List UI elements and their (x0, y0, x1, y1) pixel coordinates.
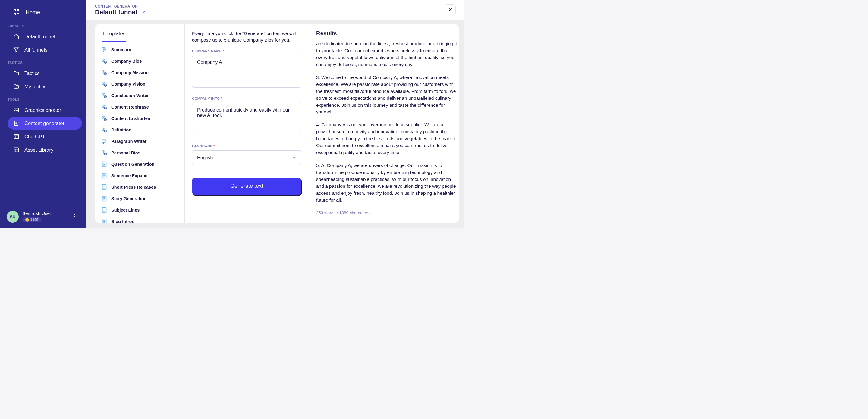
svg-rect-43 (102, 139, 105, 143)
company-info-label: COMPANY INFO* (192, 97, 301, 100)
main-area: CONTENT GENERATOR Default funnel Templat… (87, 0, 464, 228)
template-item-label: Story Generation (111, 196, 147, 201)
layout-icon (13, 133, 20, 140)
results-paragraph: 5. At Company A, we are drivers of chang… (316, 162, 459, 204)
gear-icon (101, 127, 107, 133)
template-item[interactable]: Subject Lines (97, 204, 182, 216)
tab-templates[interactable]: Templates (101, 29, 126, 42)
nav-label: Asset Library (24, 147, 53, 153)
svg-point-49 (105, 154, 106, 154)
company-name-input[interactable]: Company A (192, 55, 301, 88)
svg-point-18 (105, 62, 106, 63)
company-info-input[interactable]: Produce content quickly and easily with … (192, 103, 301, 136)
template-item[interactable]: Paragraph Writer (97, 136, 182, 147)
template-item-label: Company Bios (111, 59, 142, 64)
template-item[interactable]: Content to shorten (97, 113, 182, 124)
section-tools-label: TOOLS (0, 93, 87, 103)
svg-point-28 (103, 94, 104, 95)
template-item[interactable]: Personal Bios (97, 147, 182, 158)
template-item[interactable]: Definition (97, 124, 182, 136)
language-select[interactable]: English (192, 150, 301, 166)
nav-my-tactics[interactable]: MY My tactics (7, 80, 82, 93)
nav-home-label: Home (26, 9, 40, 16)
image-icon (13, 107, 20, 113)
svg-point-24 (103, 83, 104, 84)
template-item-label: Conclusion Writer (111, 93, 149, 98)
template-item-label: Blog Intros (111, 219, 134, 223)
generate-button[interactable]: Generate text (192, 178, 301, 195)
svg-point-40 (103, 129, 104, 130)
svg-point-32 (103, 106, 104, 107)
more-icon[interactable]: ⋮ (70, 213, 80, 221)
template-item[interactable]: Summary (97, 44, 182, 56)
gear-icon (101, 104, 107, 110)
company-name-label: COMPANY NAME* (192, 49, 301, 53)
section-tactics-label: TACTICS (0, 57, 87, 66)
template-item-label: Company Mission (111, 70, 149, 75)
language-label: LANGUAGE* (192, 144, 301, 148)
template-item-label: Content Rephrase (111, 104, 149, 110)
svg-text:MY: MY (15, 87, 17, 89)
nav-graphics-creator[interactable]: Graphics creator (7, 104, 82, 116)
nav-label: Tactics (24, 70, 39, 76)
nav-label: Content generator (24, 121, 64, 126)
template-item-label: Question Generation (111, 162, 154, 167)
template-item[interactable]: Company Mission (97, 67, 182, 79)
breadcrumb-text: Default funnel (95, 8, 137, 16)
template-item[interactable]: Company Bios (97, 56, 182, 67)
paragraph-icon (101, 138, 107, 145)
nav-asset-library[interactable]: Asset Library (7, 144, 82, 156)
doc-icon (101, 173, 107, 179)
results-paragraph: are dedicated to sourcing the finest, fr… (316, 40, 459, 68)
svg-point-34 (105, 108, 106, 109)
coin-badge: 1195 (22, 217, 41, 222)
workspace: Templates SummaryCompany BiosCompany Mis… (87, 20, 464, 228)
results-paragraph: 4. Company A is not your average produce… (316, 121, 459, 156)
chevron-down-icon (141, 8, 146, 16)
template-item[interactable]: Question Generation (97, 158, 182, 170)
grid-icon (13, 9, 20, 16)
document-icon (13, 120, 20, 127)
template-item[interactable]: Story Generation (97, 193, 182, 204)
word-count: 253 words / 1369 characters (316, 210, 459, 215)
results-body[interactable]: are dedicated to sourcing the finest, fr… (309, 40, 459, 217)
template-item[interactable]: Content Rephrase (97, 101, 182, 113)
template-item[interactable]: Conclusion Writer (97, 90, 182, 101)
breadcrumb-large[interactable]: Default funnel (95, 8, 146, 16)
nav-label: All funnels (24, 47, 47, 53)
form-panel: Every time you click the "Generate" butt… (185, 24, 309, 223)
template-item[interactable]: Short Press Releases (97, 181, 182, 193)
gear-icon (101, 150, 107, 156)
svg-point-22 (105, 73, 106, 74)
gear-icon (101, 58, 107, 64)
template-item-label: Sentence Expand (111, 173, 148, 178)
nav-home[interactable]: Home (0, 6, 87, 20)
nav-tactics[interactable]: Tactics (7, 67, 82, 80)
avatar[interactable]: SU (7, 211, 19, 223)
template-item[interactable]: Sentence Expand (97, 170, 182, 181)
doc-icon (101, 184, 107, 190)
nav-label: My tactics (24, 84, 46, 90)
close-button[interactable] (445, 4, 456, 15)
nav-all-funnels[interactable]: All funnels (7, 43, 82, 56)
results-paragraph: 3. Welcome to the world of Company A, wh… (316, 74, 459, 116)
nav-chatgpt[interactable]: ChatGPT (7, 130, 82, 143)
template-item-label: Summary (111, 47, 131, 52)
gear-icon (101, 115, 107, 122)
doc-icon (101, 161, 107, 168)
sidebar: Home FUNNELS Default funnel All funnels … (0, 0, 87, 228)
templates-panel: Templates SummaryCompany BiosCompany Mis… (95, 24, 185, 223)
svg-point-42 (105, 131, 106, 131)
coin-count: 1195 (30, 218, 38, 222)
doc-icon (101, 195, 107, 202)
folder-icon (13, 70, 20, 77)
coin-icon (25, 218, 29, 221)
svg-point-16 (103, 60, 104, 61)
gear-icon (101, 92, 107, 99)
nav-content-generator[interactable]: Content generator (7, 117, 82, 130)
nav-label: Graphics creator (24, 107, 61, 113)
nav-default-funnel[interactable]: Default funnel (7, 30, 82, 43)
gear-icon (101, 81, 107, 87)
template-item[interactable]: Company Vision (97, 79, 182, 90)
template-item[interactable]: Blog Intros (97, 216, 182, 223)
